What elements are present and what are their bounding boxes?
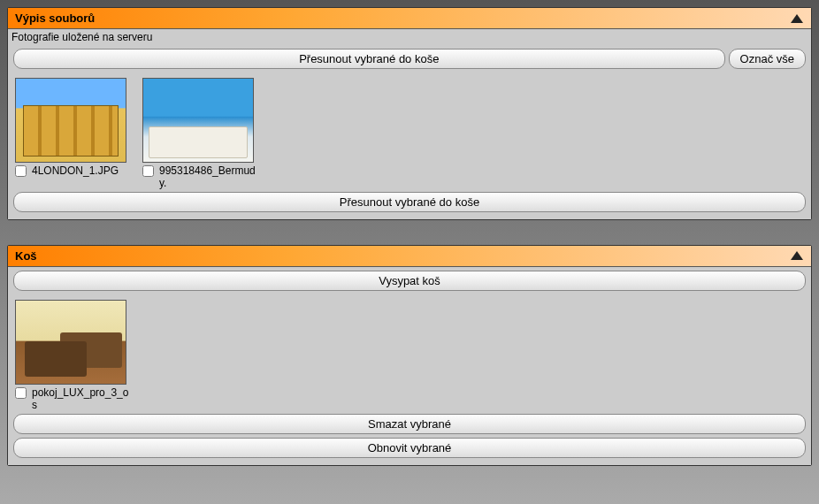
empty-trash-button[interactable]: Vysypat koš (13, 271, 806, 291)
file-checkbox[interactable] (15, 165, 27, 177)
file-item: 4LONDON_1.JPG (15, 78, 132, 190)
files-panel-body: Přesunout vybrané do koše Označ vše 4LON… (8, 45, 811, 219)
files-panel-title: Výpis souborů (15, 11, 95, 25)
svg-marker-1 (791, 251, 803, 260)
files-top-toolbar: Přesunout vybrané do koše Označ vše (13, 49, 806, 69)
trash-thumb-list: pokoj_LUX_pro_3_os (13, 294, 806, 414)
trash-panel-header: Koš (8, 246, 811, 267)
select-all-button[interactable]: Označ vše (729, 49, 806, 69)
file-thumbnail[interactable] (142, 78, 254, 163)
trash-thumbnail[interactable] (15, 300, 126, 385)
trash-name-label: pokoj_LUX_pro_3_os (32, 386, 131, 412)
trash-top-toolbar: Vysypat koš (13, 271, 806, 291)
collapse-icon[interactable] (790, 13, 804, 24)
files-bottom-toolbar: Přesunout vybrané do koše (13, 192, 806, 212)
file-caption[interactable]: 4LONDON_1.JPG (15, 164, 132, 177)
collapse-icon[interactable] (790, 250, 804, 261)
move-to-trash-button-top[interactable]: Přesunout vybrané do koše (13, 49, 725, 69)
trash-item: pokoj_LUX_pro_3_os (15, 300, 132, 412)
files-panel-header: Výpis souborů (8, 8, 811, 29)
file-caption[interactable]: 995318486_Bermudy. (142, 164, 259, 190)
trash-bottom-toolbar: Smazat vybrané Obnovit vybrané (13, 414, 806, 458)
file-checkbox[interactable] (142, 165, 154, 177)
files-panel-subtitle: Fotografie uložené na serveru (8, 29, 811, 45)
trash-caption[interactable]: pokoj_LUX_pro_3_os (15, 386, 132, 412)
trash-panel: Koš Vysypat koš pokoj_LUX_pro_3_os Smaza… (7, 245, 812, 466)
file-item: 995318486_Bermudy. (142, 78, 259, 190)
trash-panel-body: Vysypat koš pokoj_LUX_pro_3_os Smazat vy… (8, 267, 811, 465)
trash-panel-title: Koš (15, 249, 37, 263)
file-name-label: 995318486_Bermudy. (159, 164, 258, 190)
files-thumb-list: 4LONDON_1.JPG 995318486_Bermudy. (13, 73, 806, 192)
file-thumbnail[interactable] (15, 78, 126, 163)
files-panel: Výpis souborů Fotografie uložené na serv… (7, 7, 812, 220)
move-to-trash-button-bottom[interactable]: Přesunout vybrané do koše (13, 192, 806, 212)
restore-selected-button[interactable]: Obnovit vybrané (13, 438, 806, 458)
delete-selected-button[interactable]: Smazat vybrané (13, 414, 806, 434)
svg-marker-0 (791, 14, 803, 23)
trash-checkbox[interactable] (15, 387, 27, 399)
file-name-label: 4LONDON_1.JPG (32, 164, 119, 177)
